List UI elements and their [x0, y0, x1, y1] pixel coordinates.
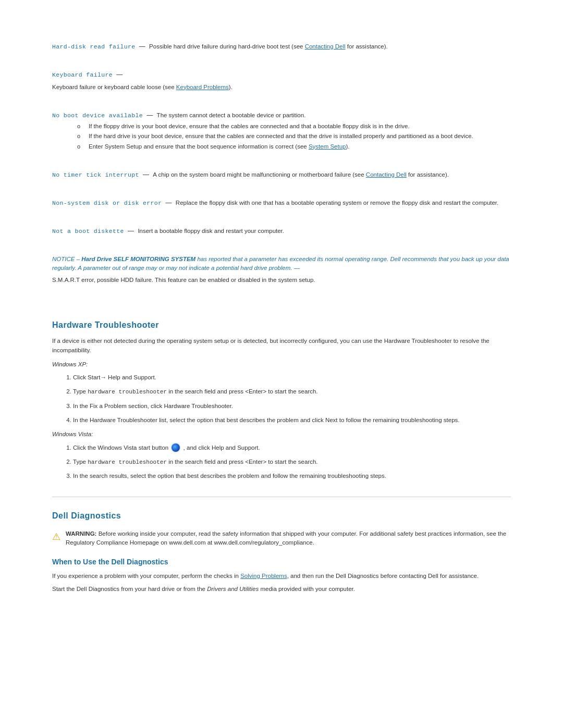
warning-box: ⚠ WARNING: Before working inside your co… — [52, 529, 511, 548]
not-boot-body: Insert a bootable floppy disk and restar… — [138, 228, 284, 234]
no-timer-term: No timer tick interrupt — [52, 171, 139, 178]
dell-diagnostics-heading: Dell Diagnostics — [52, 510, 511, 522]
vista-step-3: In the search results, select the option… — [73, 472, 511, 480]
hardware-troubleshooter-section: Hardware Troubleshooter If a device is e… — [52, 319, 511, 480]
hard-disk-term: Hard-disk read failure — [52, 43, 135, 50]
vista-step2-mono: hardware troubleshooter — [88, 459, 167, 465]
non-system-dash: — — [165, 199, 172, 206]
windows-vista-label: Windows Vista: — [52, 430, 511, 439]
not-boot-dash: — — [128, 227, 134, 235]
xp-step-4: In the Hardware Troubleshooter list, sel… — [73, 416, 511, 425]
vista-start-icon — [172, 443, 180, 452]
when-to-use-heading: When to Use the Dell Diagnostics — [52, 557, 511, 567]
xp-step-2: Type hardware troubleshooter in the sear… — [73, 387, 511, 397]
dell-diagnostics-section: Dell Diagnostics ⚠ WARNING: Before worki… — [52, 510, 511, 594]
hard-disk-dash: — — [139, 43, 145, 50]
drivers-utilities-italic: Drivers and Utilities — [207, 586, 259, 592]
no-boot-device-section: No boot device available — The system ca… — [52, 110, 511, 151]
no-boot-bullets: If the floppy drive is your boot device,… — [83, 122, 511, 151]
notice-text-line: NOTICE – Hard Drive SELF MONITORING SYST… — [52, 255, 511, 273]
windows-xp-label: Windows XP: — [52, 360, 511, 369]
when-to-use-para2: Start the Dell Diagnostics from your har… — [52, 585, 511, 594]
no-timer-dash: — — [143, 171, 149, 178]
system-setup-link-1[interactable]: System Setup — [309, 143, 346, 150]
xp-step-3: In the Fix a Problem section, click Hard… — [73, 402, 511, 411]
warning-triangle-icon: ⚠ — [52, 530, 60, 544]
not-boot-term: Not a boot diskette — [52, 228, 124, 235]
warning-label: WARNING: — [66, 530, 96, 537]
xp-step2-mono: hardware troubleshooter — [88, 389, 167, 395]
xp-steps-list: Click Start→ Help and Support. Type hard… — [73, 373, 511, 425]
notice-bold: Hard Drive SELF MONITORING SYSTEM — [81, 256, 195, 262]
notice-label: NOTICE – Hard Drive SELF MONITORING SYST… — [52, 256, 509, 271]
when-to-use-para1: If you experience a problem with your co… — [52, 572, 511, 581]
keyboard-problems-link[interactable]: Keyboard Problems — [176, 84, 229, 90]
contacting-dell-link-1[interactable]: Contacting Dell — [305, 43, 346, 50]
notice-section: NOTICE – Hard Drive SELF MONITORING SYST… — [52, 255, 511, 285]
warning-body: Before working inside your computer, rea… — [66, 530, 506, 546]
no-boot-bullet-3: Enter System Setup and ensure that the b… — [83, 142, 511, 151]
contacting-dell-link-2[interactable]: Contacting Dell — [366, 171, 407, 178]
hardware-troubleshooter-link: Hardware Troubleshooter — [164, 403, 231, 409]
smart-text: S.M.A.R.T error, possible HDD failure. T… — [52, 276, 511, 285]
no-boot-bullet-1: If the floppy drive is your boot device,… — [83, 122, 511, 131]
no-boot-bullet-2: If the hard drive is your boot device, e… — [83, 132, 511, 141]
vista-steps-list: Click the Windows Vista start button , a… — [73, 443, 511, 481]
hardware-troubleshooter-intro: If a device is either not detected durin… — [52, 337, 511, 355]
no-timer-body: A chip on the system board might be malf… — [153, 171, 449, 178]
hard-disk-failure-section: Hard-disk read failure — Possible hard d… — [52, 42, 511, 51]
non-system-term: Non-system disk or disk error — [52, 200, 162, 206]
keyboard-dash: — — [116, 71, 123, 78]
not-boot-diskette-section: Not a boot diskette — Insert a bootable … — [52, 226, 511, 236]
no-boot-term: No boot device available — [52, 112, 143, 119]
keyboard-body: Keyboard failure or keyboard cable loose… — [52, 83, 511, 92]
non-system-disk-section: Non-system disk or disk error — Replace … — [52, 198, 511, 207]
non-system-body: Replace the floppy disk with one that ha… — [176, 200, 498, 206]
solving-problems-link[interactable]: Solving Problems — [240, 573, 287, 579]
warning-text-block: WARNING: Before working inside your comp… — [66, 529, 511, 548]
no-boot-dash: — — [146, 112, 153, 119]
vista-step-1: Click the Windows Vista start button , a… — [73, 443, 511, 452]
hard-disk-body: Possible hard drive failure during hard-… — [149, 43, 388, 50]
vista-step-2: Type hardware troubleshooter in the sear… — [73, 458, 511, 467]
no-boot-body: The system cannot detect a bootable devi… — [157, 112, 306, 118]
keyboard-failure-section: Keyboard failure — Keyboard failure or k… — [52, 70, 511, 92]
hardware-troubleshooter-heading: Hardware Troubleshooter — [52, 319, 511, 331]
no-timer-section: No timer tick interrupt — A chip on the … — [52, 170, 511, 179]
xp-step-1: Click Start→ Help and Support. — [73, 373, 511, 382]
section-divider-1 — [52, 497, 511, 497]
keyboard-term: Keyboard failure — [52, 71, 113, 78]
